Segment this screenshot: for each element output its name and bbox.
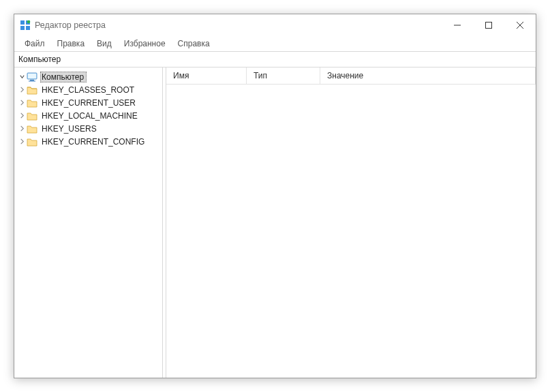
svg-rect-11	[30, 80, 34, 81]
tree-node-label: HKEY_USERS	[40, 123, 100, 134]
menubar: Файл Правка Вид Избранное Справка	[14, 36, 536, 52]
regedit-icon	[20, 20, 31, 31]
window-title: Редактор реестра	[35, 20, 106, 30]
tree-node-label: HKEY_LOCAL_MACHINE	[40, 110, 140, 121]
chevron-right-icon[interactable]	[17, 138, 27, 145]
tree-node-hkcu[interactable]: HKEY_CURRENT_USER	[16, 96, 161, 109]
list-pane: Имя Тип Значение	[166, 67, 536, 378]
menu-file[interactable]: Файл	[18, 37, 51, 50]
folder-icon	[27, 123, 37, 134]
main-area: Компьютер	[14, 67, 536, 378]
address-path: Компьютер	[18, 55, 61, 64]
minimize-button[interactable]	[442, 14, 473, 36]
window-controls	[442, 14, 536, 36]
folder-icon	[27, 110, 37, 121]
menu-edit[interactable]: Правка	[51, 37, 91, 50]
tree-node-hklm[interactable]: HKEY_LOCAL_MACHINE	[16, 109, 161, 122]
svg-rect-2	[20, 26, 25, 30]
titlebar: Редактор реестра	[14, 14, 536, 36]
menu-view[interactable]: Вид	[91, 37, 118, 50]
chevron-right-icon[interactable]	[17, 125, 27, 132]
tree-root-children: HKEY_CLASSES_ROOT	[16, 83, 161, 148]
folder-icon	[27, 85, 37, 95]
column-header-type[interactable]: Тип	[247, 67, 320, 84]
menu-help[interactable]: Справка	[172, 37, 216, 50]
svg-point-4	[27, 20, 31, 24]
tree-node-label: Компьютер	[40, 72, 87, 82]
list-body[interactable]	[166, 85, 536, 378]
tree-node-hkcr[interactable]: HKEY_CLASSES_ROOT	[16, 83, 161, 96]
tree-node-hkcc[interactable]: HKEY_CURRENT_CONFIG	[16, 135, 161, 148]
folder-icon	[27, 136, 37, 147]
tree-node-label: HKEY_CLASSES_ROOT	[40, 85, 137, 95]
close-button[interactable]	[504, 14, 536, 36]
chevron-right-icon[interactable]	[17, 112, 27, 119]
svg-rect-3	[26, 26, 30, 30]
chevron-down-icon[interactable]	[17, 74, 27, 80]
chevron-right-icon[interactable]	[17, 87, 27, 93]
tree-node-label: HKEY_CURRENT_USER	[40, 97, 138, 108]
column-header-value[interactable]: Значение	[320, 67, 536, 84]
registry-tree: Компьютер	[16, 70, 161, 148]
tree-node-label: HKEY_CURRENT_CONFIG	[40, 136, 147, 147]
registry-editor-window: Редактор реестра Файл Правка Вид Избранн…	[14, 14, 536, 378]
svg-rect-0	[20, 20, 25, 25]
svg-rect-6	[486, 22, 492, 29]
svg-rect-12	[29, 80, 35, 81]
folder-icon	[27, 97, 37, 108]
list-header: Имя Тип Значение	[166, 67, 536, 85]
tree-pane: Компьютер	[14, 67, 163, 378]
computer-icon	[27, 72, 37, 82]
svg-rect-10	[28, 74, 36, 78]
column-header-name[interactable]: Имя	[166, 67, 247, 84]
chevron-right-icon[interactable]	[17, 100, 27, 106]
address-bar[interactable]: Компьютер	[14, 52, 536, 67]
menu-favorites[interactable]: Избранное	[118, 37, 172, 50]
tree-node-computer[interactable]: Компьютер	[16, 70, 161, 83]
tree-node-hku[interactable]: HKEY_USERS	[16, 122, 161, 135]
maximize-button[interactable]	[473, 14, 504, 36]
